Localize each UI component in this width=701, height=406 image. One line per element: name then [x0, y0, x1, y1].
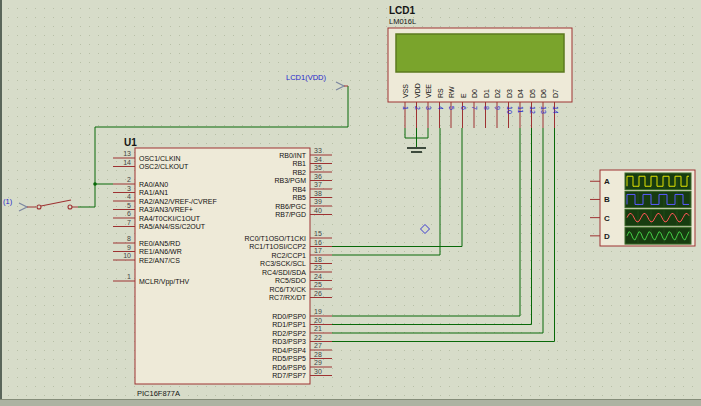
mcu-pin-name: RC4/SDI/SDA — [262, 269, 306, 276]
mcu-pin-name: RC7/RX/DT — [269, 294, 307, 301]
lcd-pin-name: VSS — [402, 84, 409, 98]
mcu-pin-name: RA2/AN2/VREF-/CVREF — [139, 198, 217, 205]
mcu-pin-name: RB3/PGM — [274, 177, 306, 184]
canvas-left-border — [0, 0, 2, 406]
mcu-pin-number: 5 — [127, 202, 131, 209]
mcu-pin-number: 36 — [314, 173, 322, 180]
mcu-pin-number: 20 — [314, 317, 322, 324]
lcd-pin-name: D1 — [483, 89, 490, 98]
mcu-pin-number: 15 — [314, 230, 322, 237]
switch-contact-right[interactable] — [68, 205, 72, 209]
power-terminal-label[interactable]: LCD1(VDD) — [286, 73, 327, 82]
scope-channel-label: B — [604, 195, 610, 204]
mcu-pin-name: RB7/PGD — [275, 211, 306, 218]
mcu-pin-name: RD7/PSP7 — [272, 372, 306, 379]
lcd-pin-number: 13 — [540, 106, 547, 114]
lcd-pin-number: 2 — [414, 106, 421, 110]
lcd-pin-number: 8 — [483, 106, 490, 110]
lcd-pin-number: 4 — [437, 106, 444, 110]
scope-channel-screen — [625, 209, 691, 226]
mcu-pin-number: 8 — [127, 235, 131, 242]
mcu-pin-number: 29 — [314, 359, 322, 366]
power-terminal-icon[interactable] — [336, 82, 344, 90]
mcu-pin-number: 16 — [314, 239, 322, 246]
lcd-pin-number: 7 — [471, 106, 478, 110]
mcu-pin-name: RD1/PSP1 — [272, 321, 306, 328]
mcu-pin-number: 19 — [314, 308, 322, 315]
lcd-screen — [396, 34, 564, 72]
origin-marker-icon — [421, 225, 430, 234]
lcd-pin-name: D6 — [540, 89, 547, 98]
lcd-pin-number: 9 — [494, 106, 501, 110]
lcd-pin-number: 10 — [506, 106, 513, 114]
mcu-pin-number: 9 — [127, 244, 131, 251]
lcd-pin-name: RW — [448, 86, 455, 98]
mcu-pin-name: RB5 — [292, 194, 306, 201]
mcu-pin-name: RC1/T1OSI/CCP2 — [249, 243, 306, 250]
mcu-pin-number: 38 — [314, 190, 322, 197]
wire-lcd-d6[interactable] — [332, 128, 543, 333]
switch-contact-left[interactable] — [37, 205, 41, 209]
lcd-pin-name: D4 — [517, 89, 524, 98]
switch-component[interactable] — [19, 200, 78, 211]
ground-symbol[interactable] — [405, 128, 428, 152]
mcu-pin-number: 40 — [314, 207, 322, 214]
mcu-value-label[interactable]: PIC16F877A — [137, 389, 180, 398]
lcd-pin-name: VEE — [425, 84, 432, 98]
wire-lcd-d5[interactable] — [332, 128, 532, 325]
scope-channel-screen — [625, 228, 691, 245]
mcu-pin-name: RB4 — [292, 186, 306, 193]
lcd-pin-name: D3 — [506, 89, 513, 98]
scope-channel-label: C — [604, 214, 610, 223]
schematic-canvas[interactable]: U1 PIC16F877A LCD1 LM016L LCD1(VDD) (1) … — [0, 0, 701, 406]
switch-lever[interactable] — [41, 200, 71, 206]
lcd-pin-name: D5 — [529, 89, 536, 98]
mcu-ref-label[interactable]: U1 — [124, 137, 137, 148]
mcu-pin-number: 18 — [314, 256, 322, 263]
mcu-pin-name: RE1/AN6/WR — [139, 248, 182, 255]
lcd-pin-number: 3 — [425, 106, 432, 110]
mcu-pin-name: RE0/AN5/RD — [139, 240, 180, 247]
mcu-pin-number: 30 — [314, 368, 322, 375]
mcu-pin-name: RD3/PSP3 — [272, 338, 306, 345]
lcd-pin-number: 1 — [402, 106, 409, 110]
mcu-pin-number: 3 — [127, 185, 131, 192]
mcu-pin-name: RD5/PSP5 — [272, 355, 306, 362]
mcu-pin-name: OSC1/CLKIN — [139, 155, 181, 162]
mcu-pin-number: 25 — [314, 281, 322, 288]
mcu-pin-number: 6 — [127, 210, 131, 217]
mcu-pin-name: RB2 — [292, 169, 306, 176]
mcu-pin-number: 26 — [314, 290, 322, 297]
wire-lcd-d7[interactable] — [332, 128, 555, 342]
mcu-pin-name: RC5/SDO — [275, 277, 307, 284]
mcu-pin-name: RE2/AN7/CS — [139, 257, 180, 264]
scope-channel-label: D — [604, 232, 610, 241]
mcu-pin-number: 22 — [314, 334, 322, 341]
wire-lcd-e[interactable] — [332, 128, 462, 247]
mcu-pin-name: RA5/AN4/SS/C2OUT — [139, 223, 206, 230]
lcd-pin-number: 12 — [529, 106, 536, 114]
lcd-pin-name: D0 — [471, 89, 478, 98]
mcu-pin-name: RC0/T1OSO/T1CKI — [245, 235, 307, 242]
lcd-model-label[interactable]: LM016L — [389, 17, 416, 26]
mcu-pin-name: RA3/AN3/VREF+ — [139, 206, 193, 213]
mcu-pin-name: RD0/PSP0 — [272, 313, 306, 320]
mcu-pin-number: 23 — [314, 264, 322, 271]
mcu-pin-number: 10 — [123, 252, 131, 259]
lcd-ref-label[interactable]: LCD1 — [389, 5, 416, 16]
wire-lcd-d4[interactable] — [332, 128, 520, 316]
mcu-pin-name: RB6/PGC — [275, 203, 306, 210]
mcu-pin-number: 35 — [314, 164, 322, 171]
mcu-pin-name: RD6/PSP6 — [272, 364, 306, 371]
input-terminal-label[interactable]: (1) — [3, 197, 13, 206]
power-terminal[interactable] — [336, 82, 348, 90]
lcd-pin-name: VDD — [414, 83, 421, 98]
input-terminal-icon[interactable] — [19, 203, 27, 211]
junction-dot — [93, 182, 97, 186]
canvas-bottom-scrollbar[interactable] — [0, 399, 701, 406]
lcd-pin-number: 14 — [552, 106, 559, 114]
lcd-pin-name: RS — [437, 88, 444, 98]
mcu-pin-number: 14 — [123, 159, 131, 166]
lcd-pin-name: E — [460, 93, 467, 98]
mcu-pin-number: 27 — [314, 342, 322, 349]
